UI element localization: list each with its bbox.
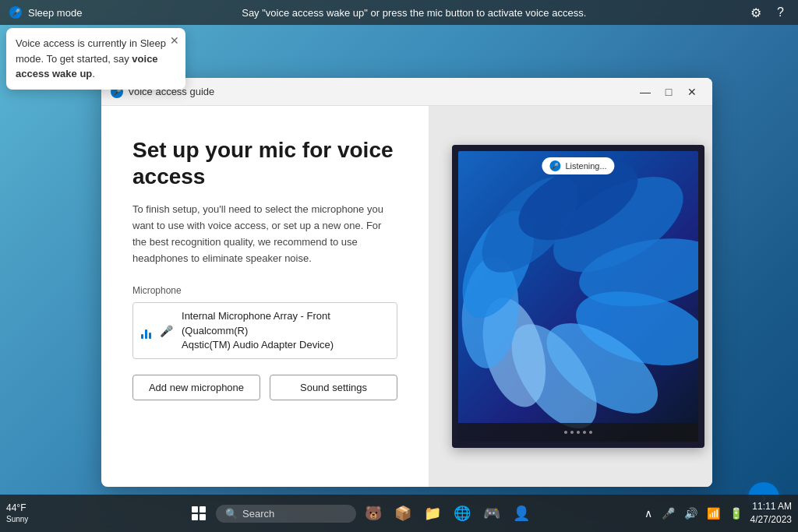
preview-taskbar-dot-3 bbox=[577, 431, 580, 434]
setup-description: To finish setup, you'll need to select t… bbox=[132, 202, 397, 266]
taskbar-app-store[interactable]: 🎮 bbox=[479, 501, 504, 526]
listening-label: Listening... bbox=[565, 161, 606, 171]
chevron-up-icon[interactable]: ∧ bbox=[643, 506, 654, 521]
weather-widget: 44°F Sunny bbox=[6, 502, 28, 525]
voice-access-guide-dialog: 🎤 Voice access guide — □ ✕ Set up your m… bbox=[101, 78, 712, 487]
taskbar-left: 44°F Sunny bbox=[6, 502, 84, 525]
dialog-titlebar: 🎤 Voice access guide — □ ✕ bbox=[101, 78, 712, 106]
microphone-name-line2: Aqstic(TM) Audio Adapter Device) bbox=[182, 338, 389, 352]
titlebar-wake-instruction: Say "voice access wake up" or press the … bbox=[82, 7, 746, 19]
system-clock[interactable]: 11:11 AM 4/27/2023 bbox=[750, 500, 792, 527]
microphone-selector[interactable]: 🎤 Internal Microphone Array - Front (Qua… bbox=[132, 302, 397, 359]
preview-taskbar-dot-2 bbox=[570, 431, 574, 434]
dialog-left-panel: Set up your mic for voice access To fini… bbox=[101, 106, 429, 487]
listening-mic-icon: 🎤 bbox=[549, 160, 560, 171]
windows-bloom-graphic bbox=[458, 151, 698, 442]
microphone-taskbar-icon[interactable]: 🎤 bbox=[660, 506, 676, 521]
dialog-close-button[interactable]: ✕ bbox=[681, 81, 703, 103]
preview-taskbar-dot-4 bbox=[583, 431, 586, 434]
dialog-minimize-button[interactable]: — bbox=[634, 81, 656, 103]
tooltip-close-button[interactable]: ✕ bbox=[170, 33, 179, 49]
dialog-controls: — □ ✕ bbox=[634, 81, 703, 103]
search-bar[interactable]: 🔍 Search bbox=[216, 505, 356, 523]
listening-indicator: 🎤 Listening... bbox=[542, 157, 614, 174]
weather-condition: Sunny bbox=[6, 514, 28, 524]
preview-taskbar-dot-5 bbox=[589, 431, 592, 434]
microphone-section-label: Microphone bbox=[132, 285, 397, 296]
taskbar-app-folder[interactable]: 📁 bbox=[420, 501, 445, 526]
network-taskbar-icon[interactable]: 📶 bbox=[705, 506, 722, 521]
taskbar-right: ∧ 🎤 🔊 📶 🔋 11:11 AM 4/27/2023 bbox=[636, 500, 792, 527]
battery-taskbar-icon[interactable]: 🔋 bbox=[728, 506, 744, 521]
taskbar: 44°F Sunny 🔍 Search 🐻 📦 📁 🌐 🎮 👤 ∧ 🎤 🔊 📶 … bbox=[0, 495, 798, 532]
setup-title: Set up your mic for voice access bbox=[132, 137, 397, 189]
action-buttons-row: Add new microphone Sound settings bbox=[132, 375, 397, 400]
start-button[interactable] bbox=[186, 501, 211, 526]
sound-settings-button[interactable]: Sound settings bbox=[270, 375, 397, 400]
taskbar-app-box[interactable]: 📦 bbox=[390, 501, 415, 526]
microphone-name: Internal Microphone Array - Front (Qualc… bbox=[182, 309, 389, 352]
taskbar-app-bear[interactable]: 🐻 bbox=[361, 501, 386, 526]
taskbar-center: 🔍 Search 🐻 📦 📁 🌐 🎮 👤 bbox=[84, 501, 636, 526]
preview-taskbar bbox=[458, 423, 698, 442]
voice-access-icon: 🎤 bbox=[9, 6, 22, 19]
sleep-mode-tooltip: ✕ Voice access is currently in Sleep mod… bbox=[6, 28, 185, 90]
speaker-taskbar-icon[interactable]: 🔊 bbox=[683, 506, 699, 521]
search-placeholder: Search bbox=[242, 508, 274, 520]
titlebar-right: ⚙ ? bbox=[746, 4, 789, 22]
microphone-name-line1: Internal Microphone Array - Front (Qualc… bbox=[182, 309, 389, 337]
mic-level-indicator bbox=[141, 323, 151, 339]
wake-phrase: voice access wake up bbox=[16, 53, 158, 80]
sleep-mode-label: Sleep mode bbox=[28, 7, 82, 19]
microphone-icon: 🎤 bbox=[159, 323, 174, 339]
start-icon bbox=[192, 506, 206, 520]
preview-screen: 🎤 Listening... bbox=[452, 145, 704, 448]
titlebar-help-button[interactable]: ? bbox=[772, 4, 789, 21]
titlebar-left: 🎤 Sleep mode bbox=[9, 6, 82, 19]
mic-bar-3 bbox=[149, 333, 151, 339]
mic-bar-2 bbox=[145, 329, 147, 339]
dialog-title: Voice access guide bbox=[128, 86, 634, 97]
voice-access-titlebar: 🎤 Sleep mode Say "voice access wake up" … bbox=[0, 0, 798, 25]
dialog-body: Set up your mic for voice access To fini… bbox=[101, 106, 712, 487]
dialog-right-panel: 🎤 Listening... bbox=[429, 106, 712, 487]
add-new-microphone-button[interactable]: Add new microphone bbox=[132, 375, 260, 400]
weather-temperature: 44°F bbox=[6, 502, 28, 515]
titlebar-settings-button[interactable]: ⚙ bbox=[746, 4, 766, 22]
clock-time: 11:11 AM bbox=[750, 500, 792, 513]
taskbar-app-user[interactable]: 👤 bbox=[509, 501, 534, 526]
search-icon: 🔍 bbox=[225, 508, 238, 520]
tooltip-message: Voice access is currently in Sleep mode.… bbox=[16, 37, 166, 79]
taskbar-app-browser[interactable]: 🌐 bbox=[450, 501, 475, 526]
preview-taskbar-dot-1 bbox=[564, 431, 567, 434]
preview-screen-inner: 🎤 Listening... bbox=[458, 151, 698, 442]
mic-bar-1 bbox=[141, 334, 143, 339]
clock-date: 4/27/2023 bbox=[750, 513, 792, 527]
dialog-maximize-button[interactable]: □ bbox=[658, 81, 680, 103]
